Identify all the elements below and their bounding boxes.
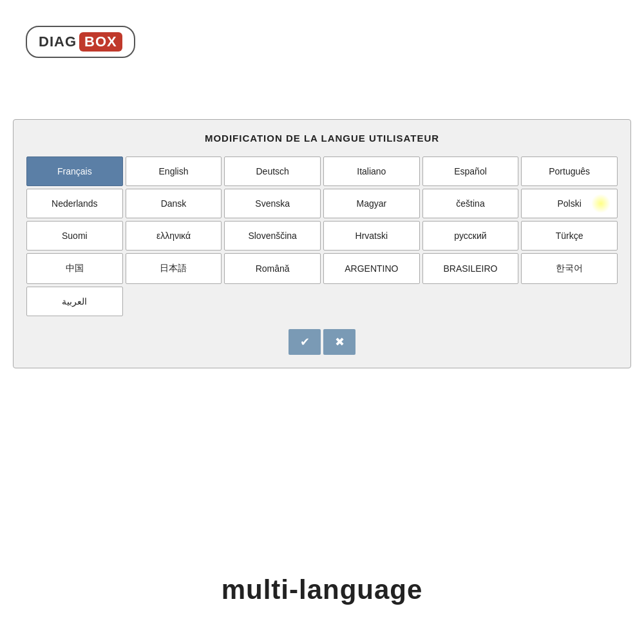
lang-btn-russkiy[interactable]: русский [422, 221, 519, 251]
lang-btn-svenska[interactable]: Svenska [224, 189, 321, 218]
lang-btn-arabic[interactable]: العربية [26, 287, 123, 316]
lang-btn-ellinika[interactable]: ελληνικά [126, 221, 222, 251]
dialog-footer: ✔ ✖ [26, 329, 618, 355]
diagbox-logo: DIAG BOX [26, 26, 135, 58]
lang-btn-suomi[interactable]: Suomi [26, 221, 123, 251]
lang-btn-portugues[interactable]: Português [521, 156, 618, 186]
lang-btn-english[interactable]: English [126, 156, 222, 186]
lang-btn-magyar[interactable]: Magyar [323, 189, 420, 218]
language-grid: FrançaisEnglishDeutschItalianoEspañolPor… [26, 156, 618, 316]
lang-btn-francais[interactable]: Français [26, 156, 123, 186]
lang-btn-cestina[interactable]: čeština [422, 189, 519, 218]
lang-btn-korean[interactable]: 한국어 [521, 253, 618, 284]
lang-btn-dansk[interactable]: Dansk [126, 189, 222, 218]
lang-btn-hrvatski[interactable]: Hrvatski [323, 221, 420, 251]
confirm-button[interactable]: ✔ [289, 329, 321, 355]
logo-area: DIAG BOX [26, 26, 135, 58]
lang-btn-zhongguo[interactable]: 中国 [26, 253, 123, 284]
lang-btn-romana[interactable]: Română [224, 253, 321, 284]
logo-box-text: BOX [79, 32, 122, 52]
lang-btn-slovenscina[interactable]: Slovenščina [224, 221, 321, 251]
language-dialog: MODIFICATION DE LA LANGUE UTILISATEUR Fr… [13, 119, 631, 368]
lang-btn-nederlands[interactable]: Nederlands [26, 189, 123, 218]
dialog-title: MODIFICATION DE LA LANGUE UTILISATEUR [26, 133, 618, 144]
lang-btn-polski[interactable]: Polski [521, 189, 618, 218]
logo-diag-text: DIAG [39, 33, 77, 50]
lang-btn-nihongo[interactable]: 日本語 [126, 253, 222, 284]
lang-btn-brasileiro[interactable]: BRASILEIRO [422, 253, 519, 284]
lang-btn-espanol[interactable]: Español [422, 156, 519, 186]
cancel-button[interactable]: ✖ [323, 329, 355, 355]
lang-btn-deutsch[interactable]: Deutsch [224, 156, 321, 186]
lang-btn-italiano[interactable]: Italiano [323, 156, 420, 186]
lang-btn-argentino[interactable]: ARGENTINO [323, 253, 420, 284]
lang-btn-turkce[interactable]: Türkçe [521, 221, 618, 251]
page-caption: multi-language [0, 574, 644, 605]
